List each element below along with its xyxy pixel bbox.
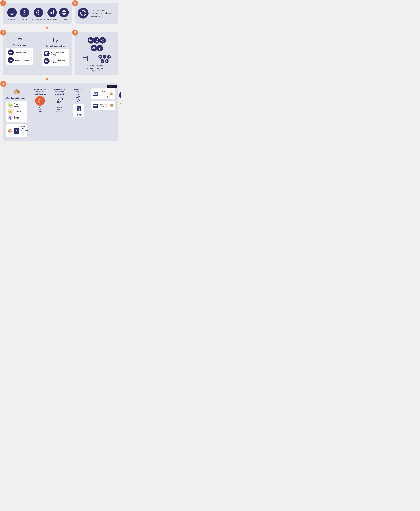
svg-rect-52 — [96, 40, 98, 42]
functional-chaos-item: Functional chaos testing — [44, 51, 67, 56]
write-label: Write test behaviours — [6, 97, 27, 99]
chaos-controller-icon-inner — [75, 105, 83, 113]
tools-card: Ansible playbook — [6, 101, 27, 122]
step5-icon — [78, 8, 89, 19]
control-group-icon — [8, 49, 14, 55]
staging-icon — [93, 91, 99, 97]
scaling-group-label: Scaling group — [47, 18, 57, 20]
terraform-logo — [8, 115, 13, 121]
bell-wrapper: ▲ — [118, 91, 121, 106]
svg-point-26 — [17, 38, 18, 39]
controller-col: Orchestrationengine — [72, 89, 85, 118]
cluster-icon-4 — [90, 45, 97, 51]
svg-rect-47 — [46, 61, 47, 61]
instance-failure-item: Instance failure — [7, 8, 17, 20]
arrow-2-to-3: ▼ — [0, 76, 118, 82]
git-col: Submit changesto versioncontrol system G… — [33, 89, 47, 113]
step4-badge: 4 — [72, 30, 78, 36]
svg-line-118 — [77, 99, 79, 101]
step5-panel: 5 Ensure the fallout experiments are min… — [75, 3, 118, 24]
step3-panel: 3 { api } 🐵 Write test behaviours — [3, 83, 118, 141]
mini-icon-1 — [98, 55, 102, 59]
infra-chaos-icon — [44, 58, 50, 64]
step4-server-icon — [82, 55, 89, 63]
arrow-1-to-2: ▼ — [0, 25, 118, 31]
prod-monkey-icon: 🐵 — [110, 103, 114, 107]
svg-marker-88 — [10, 116, 11, 119]
define-chaos-card: Functional chaos testing — [42, 49, 69, 66]
functional-chaos-icon — [44, 51, 50, 56]
svg-point-63 — [99, 48, 100, 49]
svg-point-28 — [20, 38, 21, 39]
facility-failure-label: Facility failure — [20, 18, 30, 20]
inject-monitor-icon — [14, 128, 20, 134]
svg-point-48 — [47, 61, 48, 62]
git-label: Submit changesto versioncontrol system — [34, 89, 46, 95]
security-icon — [59, 8, 69, 17]
diagram: 1 Instance f — [3, 3, 118, 142]
staging-label: StagingEnvironment(controlledexperiment) — [100, 90, 108, 98]
monkey-icon-top: 🐵 — [6, 89, 27, 95]
step4-cluster — [86, 37, 106, 53]
inject-box: 🐵 Injecting Chaos executors wi — [6, 124, 27, 137]
define-chaos-icon — [52, 37, 59, 44]
terraform-label: Terraform scripts — [14, 116, 26, 120]
svg-rect-61 — [93, 48, 94, 49]
create-groups-col: Create groups Control group — [6, 37, 33, 66]
scaling-group-item: Scaling group — [47, 8, 57, 20]
svg-point-125 — [78, 109, 79, 109]
svg-point-18 — [38, 12, 38, 13]
svg-rect-60 — [92, 48, 93, 49]
experiment-group-item: Experiment group — [8, 57, 31, 63]
svg-rect-79 — [102, 61, 102, 62]
scaling-group-icon — [47, 8, 57, 17]
svg-rect-123 — [77, 107, 80, 108]
step3-inner: 🐵 Write test behaviours Ansible playbook — [6, 87, 115, 137]
facility-failure-icon — [20, 8, 29, 17]
api-badge: { api } — [107, 85, 117, 88]
conductor-icon — [74, 94, 84, 103]
control-group-label: Control group — [15, 51, 26, 53]
svg-rect-91 — [15, 129, 18, 132]
col-arrow: → — [35, 37, 40, 66]
instance-failure-label: Instance failure — [7, 18, 17, 20]
up-arrow-step3-to-step4: ▲ — [119, 101, 121, 106]
svg-rect-20 — [52, 12, 52, 14]
step1-icons-row: Instance failure — [6, 7, 69, 20]
svg-rect-107 — [60, 99, 61, 100]
chaos-controller-label: ChaosController — [75, 113, 83, 116]
instance-failure-icon — [7, 8, 17, 17]
svg-point-67 — [87, 56, 87, 57]
svg-point-85 — [10, 111, 11, 112]
cluster-icon-3 — [99, 37, 106, 44]
staging-monkey-icon: 🐵 — [110, 92, 114, 96]
security-item: Security — [59, 8, 69, 20]
security-label: Security — [61, 18, 67, 20]
cucumber-logo — [8, 109, 13, 114]
app-latency-item: Application latency — [32, 8, 45, 20]
execute-label: Automating forcontinuousexperiment — [54, 89, 65, 95]
svg-point-23 — [64, 12, 64, 13]
svg-rect-126 — [78, 110, 80, 111]
svg-point-95 — [41, 99, 42, 100]
controller-label: Orchestrationengine — [74, 89, 84, 93]
define-chaos-header: Define Chaos Metrics — [42, 37, 69, 47]
cucumber-item: Cucumber — [8, 109, 26, 114]
svg-rect-128 — [94, 92, 95, 94]
mini-icon-4 — [101, 59, 104, 63]
experiment-group-icon — [8, 57, 14, 63]
write-col: 🐵 Write test behaviours Ansible playbook — [6, 89, 27, 137]
infra-chaos-label: Infrastructure chaos testing — [51, 59, 67, 63]
svg-rect-7 — [23, 11, 26, 14]
svg-rect-62 — [94, 47, 95, 49]
cucumber-label: Cucumber — [14, 111, 21, 112]
create-groups-card: Control group Experiment group — [6, 48, 33, 65]
svg-rect-21 — [53, 11, 53, 14]
step1-badge: 1 — [0, 0, 6, 6]
step4-mini-cluster — [98, 55, 111, 63]
svg-rect-105 — [60, 102, 61, 103]
step5-badge: 5 — [72, 0, 78, 6]
arrow-execute-to-controller: → — [68, 109, 70, 116]
arrow-fork: → — [87, 114, 90, 116]
svg-line-78 — [109, 57, 109, 57]
